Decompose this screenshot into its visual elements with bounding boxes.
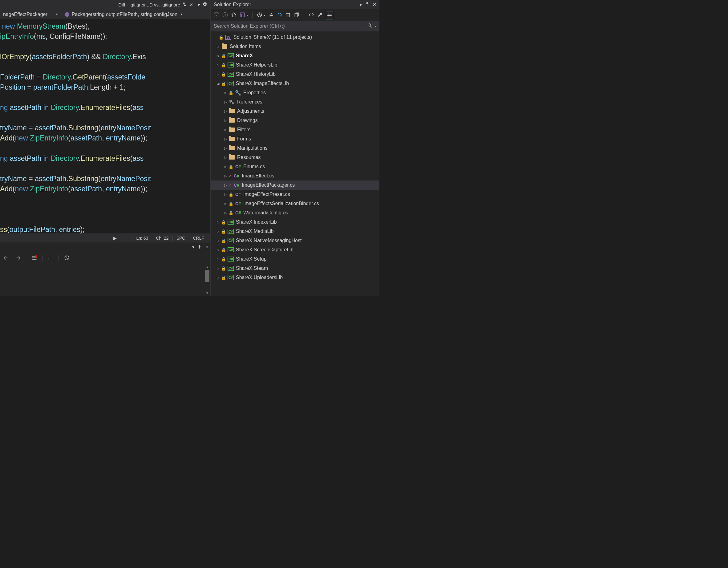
tree-row[interactable]: ▷Adjustments (211, 107, 379, 116)
tree-label: ShareX.HistoryLib (236, 71, 276, 77)
tree-row[interactable]: ▷Resources (211, 153, 379, 162)
tree-row[interactable]: ▷🔒C#ShareX.Setup (211, 254, 379, 264)
tree-row[interactable]: ▷🔒C#ImageEffectPreset.cs (211, 190, 379, 199)
home-icon[interactable] (231, 12, 237, 18)
tree-row[interactable]: ▷🔒C#ShareX.HelpersLib (211, 60, 379, 70)
view-code-icon[interactable] (309, 12, 314, 18)
tree-row[interactable]: ▷Drawings (211, 116, 379, 125)
nav-class-dropdown[interactable]: nageEffectPackager ▾ (0, 10, 61, 19)
status-line[interactable]: Ln: 63 (132, 236, 152, 241)
lock-icon: 🔒 (221, 257, 226, 262)
tree-row[interactable]: ▷✓C#ImageEffectPackager.cs (211, 181, 379, 190)
tree-label: ShareX.HelpersLib (236, 62, 277, 68)
tree-label: ShareX.IndexerLib (236, 219, 277, 225)
tree-row[interactable]: ▷Manipulations (211, 144, 379, 153)
panel-pin-icon[interactable] (365, 2, 369, 7)
tree-row[interactable]: ▷Filters (211, 125, 379, 134)
panel-dropdown-icon[interactable]: ▾ (359, 2, 362, 8)
explorer-search[interactable]: Search Solution Explorer (Ctrl+;) ▾ (211, 21, 379, 31)
sync-icon[interactable] (268, 12, 274, 18)
nav-member-dropdown[interactable]: Package(string outputFilePath, string co… (61, 10, 210, 19)
tree-row[interactable]: ▷🔒C#ShareX.Steam (211, 264, 379, 273)
tree-row[interactable]: ◢🔒C#ShareX.ImageEffectsLib (211, 79, 379, 88)
lock-icon: 🔒 (221, 63, 226, 67)
tree-row[interactable]: ▷🔒C#ShareX.MediaLib (211, 227, 379, 236)
tree-row[interactable]: ▷Forms (211, 134, 379, 144)
tree-label: ShareX.MediaLib (236, 229, 274, 234)
tree-label: Resources (237, 155, 261, 160)
tree-label: WatermarkConfig.cs (243, 210, 288, 216)
tree-row[interactable]: ▷🔒C#Enums.cs (211, 162, 379, 171)
refresh-icon[interactable] (277, 12, 282, 18)
folder-icon (229, 118, 235, 123)
pending-changes-icon[interactable] (257, 12, 262, 18)
find-replace-icon[interactable]: ab (47, 254, 54, 262)
tree-row[interactable]: ▷Solution Items (211, 42, 379, 51)
status-col[interactable]: Ch: 22 (152, 236, 172, 241)
switch-views-icon[interactable] (240, 12, 245, 18)
status-bar: ▶ Ln: 63 Ch: 22 SPC CRLF (0, 233, 210, 242)
toolbar-dropdown-icon[interactable]: ▾ (264, 14, 265, 17)
panel-pin-icon[interactable] (197, 245, 202, 250)
tree-row[interactable]: ▷References (211, 97, 379, 107)
status-eol[interactable]: CRLF (189, 236, 208, 241)
tree-label: ShareX (236, 53, 253, 59)
lock-icon: 🔒 (221, 81, 226, 86)
panel-close-icon[interactable]: ✕ (372, 2, 376, 8)
tree-label: Filters (237, 127, 251, 132)
back-icon[interactable] (214, 12, 219, 18)
tree-row[interactable]: ▷🔒C#ShareX.IndexerLib (211, 217, 379, 227)
csh-icon: C# (227, 81, 234, 86)
csh-icon: C# (227, 247, 234, 252)
lock-icon: 🔒 (229, 211, 233, 215)
lock-icon: 🔒 (221, 54, 226, 58)
tree-label: Drawings (237, 118, 258, 123)
tree-row[interactable]: ▷✓C#ImageEffect.cs (211, 171, 379, 181)
tree-row[interactable]: ▷🔒C#ImageEffectsSerializationBinder.cs (211, 199, 379, 208)
cs-icon: C# (235, 164, 241, 169)
tree-row[interactable]: ▷🔒🔧Properties (211, 88, 379, 97)
history-icon[interactable] (63, 254, 71, 262)
tree-label: ShareX.Steam (236, 266, 268, 271)
close-tab-icon[interactable]: ✕ (189, 2, 193, 8)
bottom-toolbar: ab (0, 252, 210, 264)
tree-label: Adjustments (237, 108, 264, 114)
next-change-icon[interactable] (14, 254, 22, 262)
forward-icon[interactable] (222, 12, 228, 18)
panel-dropdown-icon[interactable]: ▾ (192, 245, 194, 250)
tree-row[interactable]: ▷🔒C#ShareX.UploadersLib (211, 273, 379, 282)
csh-icon: C# (227, 53, 234, 58)
tree-label: ImageEffectPackager.cs (242, 182, 295, 188)
tab-settings-icon[interactable] (202, 2, 207, 8)
wrench-icon: 🔧 (235, 90, 241, 96)
tree-row[interactable]: ▷🔒C#WatermarkConfig.cs (211, 208, 379, 217)
toolbar-dropdown-icon[interactable]: ▾ (246, 14, 248, 17)
tab-dropdown-icon[interactable]: ▾ (198, 2, 200, 7)
search-dropdown-icon[interactable]: ▾ (375, 25, 376, 28)
tree-label: ShareX.ImageEffectsLib (236, 81, 289, 86)
collapse-all-icon[interactable] (285, 12, 291, 18)
tree-label: ImageEffect.cs (242, 173, 274, 179)
tree-row[interactable]: ▷🔒C#ShareX.HistoryLib (211, 70, 379, 79)
panel-close-icon[interactable]: ✕ (205, 245, 208, 250)
search-icon[interactable] (367, 23, 372, 29)
hscroll-right-icon[interactable]: ▶ (2, 236, 117, 241)
status-indent[interactable]: SPC (172, 236, 189, 241)
solution-tree[interactable]: 🔒 ▢ Solution 'ShareX' (11 of 11 projects… (211, 31, 379, 296)
vertical-scrollbar[interactable]: ▲ ▼ (205, 265, 210, 295)
lock-icon: 🔒 (221, 220, 226, 225)
code-editor[interactable]: new MemoryStream(Bytes),ipEntryInfo(ms, … (0, 19, 210, 233)
tree-row[interactable]: ▷🔒C#ShareX.ScreenCaptureLib (211, 245, 379, 254)
clear-list-icon[interactable] (30, 254, 38, 262)
tree-row[interactable]: ▷🔒C#ShareX (211, 51, 379, 60)
tree-label: ShareX.Setup (236, 256, 267, 262)
document-tab[interactable]: Diff - .gitignor...D vs. .gitignore ✕ (116, 0, 196, 10)
preview-selected-icon[interactable] (326, 11, 333, 19)
prev-change-icon[interactable] (2, 254, 10, 262)
cs-icon: C# (235, 192, 241, 197)
show-all-files-icon[interactable] (294, 12, 300, 18)
solution-root[interactable]: 🔒 ▢ Solution 'ShareX' (11 of 11 projects… (211, 33, 379, 42)
folder-icon (229, 146, 235, 150)
tree-row[interactable]: ▷🔒C#ShareX.NativeMessagingHost (211, 236, 379, 245)
properties-icon[interactable] (317, 12, 323, 18)
